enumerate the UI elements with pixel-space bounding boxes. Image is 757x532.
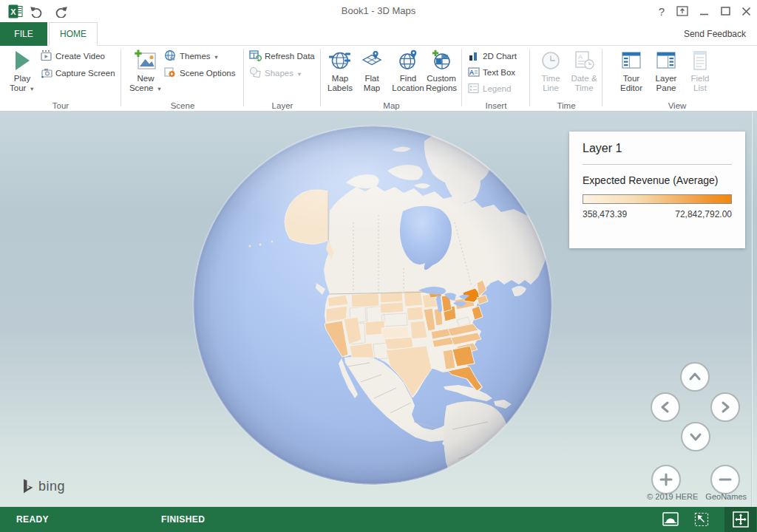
rotate-right-button[interactable] — [710, 392, 740, 422]
close-icon[interactable] — [738, 3, 754, 19]
ribbon-group-map: Map Labels Flat Map — [321, 46, 462, 111]
maximize-icon[interactable] — [717, 3, 733, 19]
viewport-edge-highlight — [752, 112, 753, 507]
group-label-scene: Scene — [121, 101, 244, 110]
ribbon-group-tour: Play Tour ▼ Create Video — [0, 46, 121, 111]
globe-horizon-icon — [662, 512, 679, 527]
create-video-button[interactable]: Create Video — [41, 50, 105, 63]
themes-button[interactable]: Themes ▼ — [164, 50, 219, 63]
ribbon: Play Tour ▼ Create Video — [0, 46, 757, 112]
move-mode-icon — [733, 511, 749, 528]
svg-text:A: A — [578, 53, 583, 61]
layer-pane-button[interactable]: Layer Pane — [648, 47, 684, 100]
map-attribution: © 2019 HERE GeoNames — [647, 492, 747, 501]
2d-chart-icon — [468, 50, 480, 63]
shapes-icon — [249, 66, 262, 80]
date-time-button: A Date & Time — [567, 47, 601, 100]
group-label-insert: Insert — [462, 101, 530, 110]
group-label-view: View — [602, 101, 752, 110]
legend-min-value: 358,473.39 — [583, 209, 627, 219]
group-label-layer: Layer — [244, 101, 321, 110]
find-location-button[interactable]: Find Location — [392, 47, 424, 100]
tilt-down-button[interactable] — [681, 422, 710, 451]
map-viewport[interactable]: Layer 1 Expected Revenue (Average) 358,4… — [0, 112, 757, 507]
layer-title: Layer 1 — [583, 142, 622, 155]
ribbon-group-insert: 2D Chart A Text Box — [462, 46, 530, 111]
ribbon-group-layer: Refresh Data Shapes ▼ Layer — [244, 46, 321, 111]
find-location-icon — [397, 47, 419, 74]
help-icon[interactable]: ? — [654, 3, 670, 19]
layer-pane-icon — [655, 47, 677, 74]
group-label-time: Time — [530, 101, 602, 110]
bing-logo-icon — [21, 478, 34, 494]
tilt-up-button[interactable] — [680, 362, 710, 392]
app-window: X Book1 - 3D Maps ? — [0, 0, 757, 532]
text-box-icon: A — [468, 66, 480, 79]
minimize-icon[interactable] — [696, 3, 712, 19]
time-line-button: Time Line — [534, 47, 567, 100]
legend-gradient-bar — [583, 194, 732, 204]
ribbon-group-scene: New Scene ▼ Themes ▼ — [121, 46, 244, 111]
zoom-in-button[interactable] — [651, 465, 681, 494]
2d-chart-button[interactable]: 2D Chart — [468, 50, 517, 63]
group-label-tour: Tour — [0, 101, 121, 110]
move-mode-button[interactable] — [724, 507, 756, 532]
ribbon-tab-row: FILE HOME Send Feedback — [0, 22, 757, 46]
ribbon-group-time: Time Line A Date & Time Time — [530, 46, 602, 111]
status-ready: READY — [16, 507, 49, 532]
bing-label: bing — [38, 479, 65, 494]
scene-options-gear-icon — [164, 66, 177, 80]
map-labels-icon — [329, 47, 351, 74]
field-list-icon — [689, 47, 711, 74]
tab-home[interactable]: HOME — [49, 22, 98, 46]
zoom-out-button[interactable] — [710, 465, 740, 494]
ribbon-group-view: Tour Editor Layer Pane — [602, 46, 752, 111]
refresh-data-button[interactable]: Refresh Data — [249, 50, 315, 63]
zoom-selection-icon — [694, 512, 709, 527]
legend-divider — [583, 164, 732, 165]
play-icon — [13, 47, 31, 74]
legend-field-label: Expected Revenue (Average) — [583, 174, 718, 186]
legend-icon — [468, 83, 480, 95]
pin-window-icon[interactable] — [674, 3, 690, 19]
flat-map-button[interactable]: Flat Map — [356, 47, 388, 100]
camera-icon — [41, 67, 52, 80]
rotate-left-button[interactable] — [651, 392, 680, 422]
status-bar: READY FINISHED — [0, 507, 757, 532]
tour-editor-icon — [620, 47, 642, 74]
custom-regions-icon — [430, 47, 452, 74]
new-scene-button[interactable]: New Scene ▼ — [127, 47, 164, 100]
map-labels-button[interactable]: Map Labels — [324, 47, 356, 100]
refresh-data-icon — [249, 50, 262, 63]
time-line-icon — [540, 47, 562, 74]
themes-globe-icon — [164, 50, 177, 63]
globe-horizon-button[interactable] — [654, 507, 686, 532]
layer-legend-panel[interactable]: Layer 1 Expected Revenue (Average) 358,4… — [569, 132, 745, 248]
custom-regions-button[interactable]: Custom Regions — [424, 47, 459, 100]
title-bar: X Book1 - 3D Maps ? — [0, 0, 757, 22]
date-time-icon: A — [573, 47, 595, 74]
window-title: Book1 - 3D Maps — [0, 0, 757, 22]
legend-max-value: 72,842,792.00 — [675, 209, 732, 219]
new-scene-icon — [134, 47, 157, 74]
play-tour-button[interactable]: Play Tour ▼ — [5, 47, 39, 100]
tab-file[interactable]: FILE — [0, 22, 47, 46]
status-finished: FINISHED — [161, 507, 205, 532]
scene-options-button[interactable]: Scene Options — [164, 66, 235, 80]
flat-map-icon — [361, 47, 383, 74]
tour-editor-button[interactable]: Tour Editor — [614, 47, 649, 100]
zoom-selection-button[interactable] — [685, 507, 717, 532]
shapes-button: Shapes ▼ — [249, 66, 302, 80]
svg-text:A: A — [469, 69, 475, 76]
field-list-button: Field List — [684, 47, 716, 100]
text-box-button[interactable]: A Text Box — [468, 66, 515, 79]
group-label-map: Map — [321, 101, 462, 110]
bing-logo: bing — [21, 478, 65, 494]
legend-button: Legend — [468, 82, 511, 95]
video-icon — [41, 50, 52, 63]
send-feedback-link[interactable]: Send Feedback — [684, 22, 746, 46]
capture-screen-button[interactable]: Capture Screen — [41, 66, 115, 80]
